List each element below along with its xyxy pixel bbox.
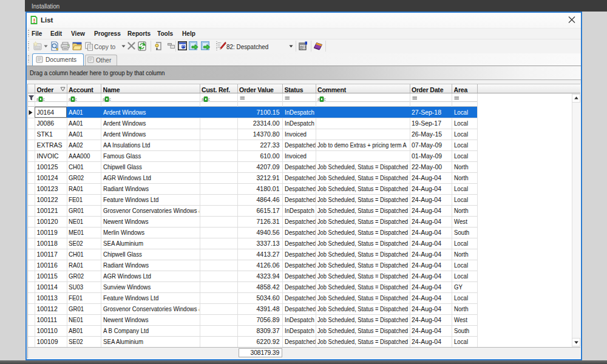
svg-text:a: a (69, 97, 71, 101)
svg-text:a: a (36, 97, 39, 101)
svg-text:a: a (317, 97, 320, 101)
svg-text:c: c (324, 97, 326, 101)
svg-text:c: c (208, 97, 210, 101)
svg-text:a: a (202, 97, 204, 101)
svg-text:c: c (43, 97, 46, 101)
svg-text:c: c (75, 97, 77, 101)
svg-text:a: a (103, 97, 105, 101)
svg-text:c: c (109, 97, 112, 101)
